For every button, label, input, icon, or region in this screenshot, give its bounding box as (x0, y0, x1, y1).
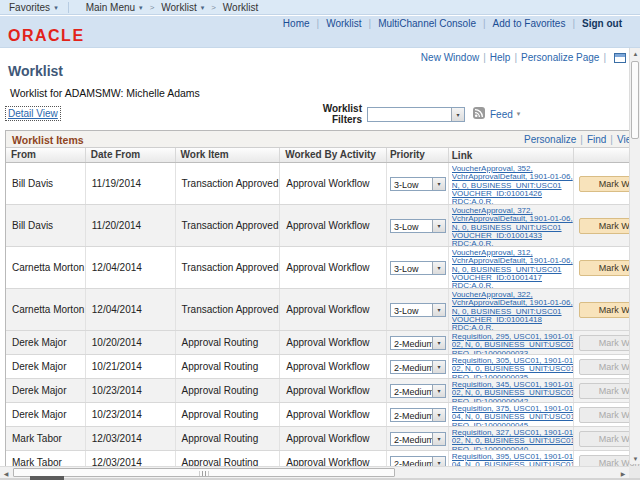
dropdown-arrow-icon[interactable]: ▾ (432, 304, 445, 316)
toolbar-separator: | (580, 134, 583, 145)
cell-work-item: Approval Routing (176, 427, 281, 450)
breadcrumb: Favorites▾ Main Menu▾ > Worklist▾ > Work… (0, 0, 640, 15)
vertical-scrollbar[interactable]: ▲ ▼ (629, 48, 640, 464)
cell-worked-by-activity: Approval Workflow (280, 247, 387, 288)
cell-date-from: 10/21/2014 (86, 355, 176, 378)
top-nav: Home|Worklist|MultiChannel Console|Add t… (276, 18, 622, 29)
filter-row: Worklist Filters ▾ Feed ▾ (290, 103, 520, 125)
worklist-item-link[interactable]: VoucherApproval, 352, VchrApprovalDefaul… (452, 165, 573, 204)
priority-value: 3-Low (391, 178, 432, 190)
toolbar-separator: | (483, 52, 486, 63)
cell-worked-by-activity: Approval Workflow (280, 205, 387, 246)
dropdown-arrow-icon[interactable]: ▾ (432, 433, 445, 445)
priority-select[interactable]: 2-Medium ▾ (390, 408, 446, 422)
worklist-item-link[interactable]: Requisition, 327, USC01, 1901-01- 02, N,… (452, 429, 574, 450)
grid-header: From Date From Work Item Worked By Activ… (6, 148, 640, 163)
priority-value: 3-Low (391, 262, 432, 274)
priority-value: 3-Low (391, 304, 432, 316)
priority-select[interactable]: 2-Medium ▾ (390, 384, 446, 398)
find-link[interactable]: Find (587, 134, 606, 145)
worklist-grid: Worklist Items Personalize|Find|View All… (5, 130, 640, 476)
table-row: Bill Davis 11/20/2014 Transaction Approv… (6, 205, 640, 247)
feed-link[interactable]: Feed (490, 109, 513, 120)
worklist-item-link[interactable]: VoucherApproval, 322, VchrApprovalDefaul… (452, 291, 573, 330)
worklist-item-link[interactable]: Requisition, 295, USC01, 1901-01- 02, N,… (452, 333, 574, 354)
worklist-rows: Bill Davis 11/19/2014 Transaction Approv… (6, 163, 640, 475)
dropdown-arrow-icon[interactable]: ▾ (451, 108, 464, 121)
scroll-up-arrow-icon[interactable]: ▲ (630, 48, 640, 59)
cell-from: Derek Major (6, 379, 86, 402)
breadcrumb-separator-icon: > (150, 3, 155, 12)
cell-link: Requisition, 305, USC01, 1901-01- 02, N,… (449, 355, 575, 378)
priority-select[interactable]: 3-Low ▾ (390, 219, 446, 233)
dropdown-arrow-icon[interactable]: ▾ (432, 409, 445, 421)
dropdown-arrow-icon[interactable]: ▾ (432, 220, 445, 232)
dropdown-arrow-icon[interactable]: ▾ (432, 361, 445, 373)
breadcrumb-main-menu[interactable]: Main Menu▾ (86, 2, 143, 13)
new-window-link[interactable]: New Window (421, 52, 479, 63)
sign-out-link[interactable]: Sign out (582, 18, 622, 29)
worklist-item-link[interactable]: Requisition, 345, USC01, 1901-01- 02, N,… (452, 381, 574, 402)
breadcrumb-current-label: Worklist (223, 2, 258, 13)
horizontal-scrollbar[interactable]: ◀ ▶ (0, 466, 629, 478)
breadcrumb-favorites-label: Favorites (9, 2, 50, 13)
worklist-item-link[interactable]: Requisition, 305, USC01, 1901-01- 02, N,… (452, 357, 574, 378)
bottom-dark-segment (30, 476, 64, 480)
column-header-work-item: Work Item (176, 148, 281, 162)
detail-view-link[interactable]: Detail View (6, 107, 60, 120)
dropdown-arrow-icon[interactable]: ▾ (432, 337, 445, 349)
cell-date-from: 10/23/2014 (86, 379, 176, 402)
worklist-item-link[interactable]: VoucherApproval, 372, VchrApprovalDefaul… (452, 207, 573, 246)
worklist-filters-select[interactable]: ▾ (367, 107, 465, 122)
scroll-down-arrow-icon[interactable]: ▼ (630, 453, 640, 464)
cell-priority: 2-Medium ▾ (387, 379, 449, 402)
cell-worked-by-activity: Approval Workflow (280, 355, 387, 378)
priority-select[interactable]: 2-Medium ▾ (390, 360, 446, 374)
personalize-link[interactable]: Personalize (524, 134, 576, 145)
worklist-filters-value (368, 108, 451, 121)
rss-icon (473, 105, 485, 123)
priority-select[interactable]: 3-Low ▾ (390, 261, 446, 275)
breadcrumb-favorites[interactable]: Favorites▾ (9, 2, 58, 13)
priority-select[interactable]: 2-Medium ▾ (390, 432, 446, 446)
personalize-page-link[interactable]: Personalize Page (521, 52, 599, 63)
cell-worked-by-activity: Approval Workflow (280, 163, 387, 204)
priority-value: 2-Medium (391, 385, 432, 397)
nav-separator: | (369, 18, 372, 29)
breadcrumb-worklist-label: Worklist (161, 2, 196, 13)
breadcrumb-main-menu-label: Main Menu (86, 2, 135, 13)
toolbar-separator: | (603, 52, 606, 63)
priority-select[interactable]: 2-Medium ▾ (390, 336, 446, 350)
cell-link: VoucherApproval, 352, VchrApprovalDefaul… (449, 163, 575, 204)
worklist-item-link[interactable]: VoucherApproval, 312, VchrApprovalDefaul… (452, 249, 573, 288)
horizontal-scroll-thumb[interactable] (13, 468, 395, 477)
cell-worked-by-activity: Approval Workflow (280, 379, 387, 402)
dropdown-arrow-icon[interactable]: ▾ (432, 385, 445, 397)
cell-link: VoucherApproval, 372, VchrApprovalDefaul… (449, 205, 575, 246)
cell-work-item: Transaction Approved (176, 205, 281, 246)
cell-from: Carnetta Morton (6, 247, 86, 288)
cell-work-item: Transaction Approved (176, 163, 281, 204)
priority-value: 2-Medium (391, 433, 432, 445)
dropdown-arrow-icon[interactable]: ▾ (432, 262, 445, 274)
cell-link: Requisition, 295, USC01, 1901-01- 02, N,… (449, 331, 575, 354)
vertical-scroll-thumb[interactable] (631, 61, 639, 139)
chevron-down-icon[interactable]: ▾ (517, 110, 521, 118)
nav-multichannel-link[interactable]: MultiChannel Console (378, 18, 476, 29)
nav-home-link[interactable]: Home (283, 18, 310, 29)
help-link[interactable]: Help (490, 52, 511, 63)
cell-from: Derek Major (6, 403, 86, 426)
breadcrumb-worklist-menu[interactable]: Worklist▾ (161, 2, 204, 13)
cell-work-item: Transaction Approved (176, 289, 281, 330)
breadcrumb-current-page: Worklist (223, 2, 258, 13)
cell-date-from: 12/04/2014 (86, 289, 176, 330)
priority-select[interactable]: 3-Low ▾ (390, 303, 446, 317)
dropdown-arrow-icon[interactable]: ▾ (432, 178, 445, 190)
worklist-item-link[interactable]: Requisition, 375, USC01, 1901-01- 04, N,… (452, 405, 574, 426)
priority-select[interactable]: 3-Low ▾ (390, 177, 446, 191)
nav-worklist-link[interactable]: Worklist (326, 18, 361, 29)
personalize-layout-icon[interactable] (614, 53, 626, 63)
grid-title-bar: Worklist Items Personalize|Find|View All (6, 131, 640, 148)
nav-add-to-favorites-link[interactable]: Add to Favorites (493, 18, 566, 29)
scrollbar-corner (629, 466, 640, 478)
